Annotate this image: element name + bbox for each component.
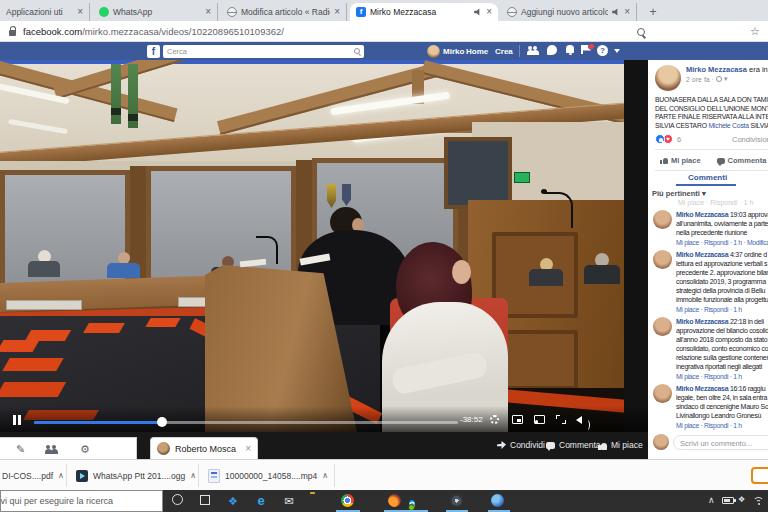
comment-text-line: all'unanimita, ovviamente a parte — [676, 219, 768, 228]
task-view-icon[interactable] — [200, 495, 210, 505]
new-tab-button[interactable]: + — [645, 4, 661, 20]
comment-sort-dropdown[interactable]: Più pertinenti ▾ — [648, 186, 768, 199]
comment-actions[interactable]: Mi piace · Rispondi · 1 h — [676, 420, 768, 430]
facebook-logo[interactable]: f — [147, 45, 160, 58]
globe-icon — [507, 7, 517, 17]
chat-settings-gear-icon[interactable]: ⚙ — [80, 442, 90, 456]
page-zoom-icon[interactable] — [637, 28, 645, 36]
share-button[interactable]: Condividi — [497, 440, 545, 450]
audio-speaker-icon[interactable] — [612, 8, 620, 16]
notification-button-partial[interactable] — [751, 467, 768, 484]
tray-dropbox-icon[interactable]: ❖ — [738, 495, 745, 504]
comment: Mirko Mezzacasa 4:37 ordine d lettura ed… — [648, 247, 768, 314]
scene-person-torso — [584, 265, 620, 284]
chrome-icon[interactable] — [341, 494, 354, 507]
taskbar-search-input[interactable]: Scrivi qui per eseguire la ricerca — [0, 490, 163, 512]
post-author-link[interactable]: Mirko Mezzacasa — [686, 65, 747, 74]
comment-text-line: legale, ben oltre 24, in sala entra — [676, 393, 768, 402]
like-button[interactable]: Mi piace — [598, 440, 643, 450]
tab-whatsapp[interactable]: WhatsApp × — [93, 3, 218, 21]
close-icon[interactable]: × — [334, 7, 340, 17]
comment-button[interactable]: Commenta — [546, 440, 601, 450]
tab-title: Modifica articolo « Radio Più — V — [241, 7, 330, 17]
tab-applicazioni[interactable]: Applicazioni uti × — [0, 3, 90, 21]
help-icon[interactable]: ? — [597, 45, 609, 57]
close-icon[interactable]: × — [624, 7, 630, 17]
contacts-icon[interactable] — [46, 444, 60, 456]
seek-knob[interactable] — [157, 417, 167, 427]
chevron-up-icon[interactable]: ∧ — [322, 471, 328, 480]
tagged-person-link[interactable]: Michele Costa — [708, 122, 748, 129]
facebook-search-input[interactable]: Cerca — [163, 45, 364, 58]
post-author-avatar[interactable] — [655, 65, 681, 91]
chevron-up-icon[interactable]: ∧ — [190, 471, 196, 480]
nav-home-link[interactable]: Home — [466, 47, 488, 56]
comment-avatar[interactable] — [653, 384, 672, 403]
skype-icon[interactable]: S — [409, 500, 415, 510]
picture-in-picture-icon[interactable] — [512, 415, 523, 425]
fullscreen-icon[interactable] — [556, 415, 567, 425]
comment-actions[interactable]: Mi piace · Rispondi · 1 h — [676, 371, 768, 381]
dropbox-icon[interactable]: ❖ — [226, 494, 240, 508]
tab-mirko-mezzacasa-active[interactable]: f Mirko Mezzacasa × — [350, 3, 498, 21]
comments-tab[interactable]: Commenti — [648, 173, 768, 186]
reaction-count[interactable]: 6 — [677, 135, 681, 144]
settings-gear-icon[interactable] — [490, 415, 501, 425]
seek-bar[interactable] — [34, 421, 458, 424]
comment-avatar[interactable] — [653, 317, 672, 336]
firefox-icon[interactable] — [388, 494, 401, 507]
mail-icon[interactable]: ✉ — [282, 494, 296, 508]
comment-input[interactable]: Scrivi un commento... — [673, 435, 768, 450]
close-icon[interactable]: × — [205, 7, 211, 17]
comment-text-line: strategici della provincia di Bellu — [676, 286, 768, 295]
close-icon[interactable]: × — [245, 443, 251, 454]
new-message-icon[interactable]: ✎ — [16, 442, 25, 456]
post-comment-button[interactable]: Commenta — [717, 154, 767, 166]
messenger-icon[interactable] — [547, 45, 559, 57]
post-title: Mirko Mezzacasa era in diretta. — [686, 65, 768, 75]
download-filename: DI-COS....pdf — [2, 471, 53, 481]
previous-comment-meta[interactable]: Mi piace · Rispondi · 1 h — [648, 199, 768, 207]
friend-requests-icon[interactable] — [528, 45, 540, 57]
notifications-bell-icon[interactable] — [564, 45, 576, 57]
comment-avatar[interactable] — [653, 210, 672, 229]
wifi-icon[interactable] — [753, 496, 765, 505]
post-like-button[interactable]: Mi piace — [660, 154, 701, 166]
download-item[interactable]: WhatsApp Ptt 201....ogg ∧ — [76, 465, 196, 486]
profile-avatar[interactable] — [427, 45, 440, 58]
nav-create-link[interactable]: Crea — [495, 47, 513, 56]
cortana-icon[interactable] — [172, 494, 183, 505]
close-icon[interactable]: × — [486, 7, 492, 17]
caret-down-icon[interactable]: ▾ — [724, 75, 728, 83]
download-item[interactable]: DI-COS....pdf ∧ — [2, 465, 64, 486]
audio-speaker-icon[interactable] — [474, 8, 482, 16]
comment-avatar[interactable] — [653, 250, 672, 269]
tab-aggiungi-articolo[interactable]: Aggiungi nuovo articolo « Ra × — [501, 3, 637, 21]
blue-app-icon[interactable] — [491, 494, 504, 507]
comment-author-link[interactable]: Mirko Mezzacasa — [676, 251, 728, 258]
photos-app-icon[interactable] — [450, 494, 463, 507]
edge-icon[interactable]: e — [254, 494, 268, 508]
tray-chevron-up-icon[interactable]: ∧ — [708, 495, 715, 505]
download-item[interactable]: 10000000_14058....mp4 ∧ — [208, 465, 328, 486]
comment-author-link[interactable]: Mirko Mezzacasa — [676, 318, 728, 325]
live-video-player[interactable]: -38:52 — [0, 60, 648, 432]
bookmark-star-icon[interactable]: ☆ — [750, 25, 760, 38]
battery-icon[interactable] — [722, 497, 734, 504]
shares-label[interactable]: Condivisioni: — [732, 135, 768, 144]
comment-actions[interactable]: Mi piace · Rispondi · 1 h — [676, 304, 768, 314]
nav-profile-link[interactable]: Mirko — [443, 47, 464, 56]
volume-icon[interactable] — [576, 415, 587, 425]
like-reaction-icon[interactable] — [655, 134, 665, 144]
pause-button[interactable] — [13, 415, 21, 425]
cast-icon[interactable] — [534, 415, 545, 425]
chevron-up-icon[interactable]: ∧ — [58, 471, 64, 480]
comment-author-link[interactable]: Mirko Mezzacasa — [676, 385, 728, 392]
comment-actions[interactable]: Mi piace · Rispondi · 1 h · Modificat — [676, 237, 768, 247]
url-text[interactable]: facebook.com/mirko.mezzacasa/videos/1022… — [23, 26, 284, 37]
close-icon[interactable]: × — [77, 7, 83, 17]
account-menu-caret-icon[interactable] — [614, 49, 620, 53]
comment-author-link[interactable]: Mirko Mezzacasa — [676, 211, 728, 218]
tab-modifica-articolo[interactable]: Modifica articolo « Radio Più — V × — [221, 3, 347, 21]
chat-tab-roberto-mosca[interactable]: Roberto Mosca × — [150, 437, 258, 459]
